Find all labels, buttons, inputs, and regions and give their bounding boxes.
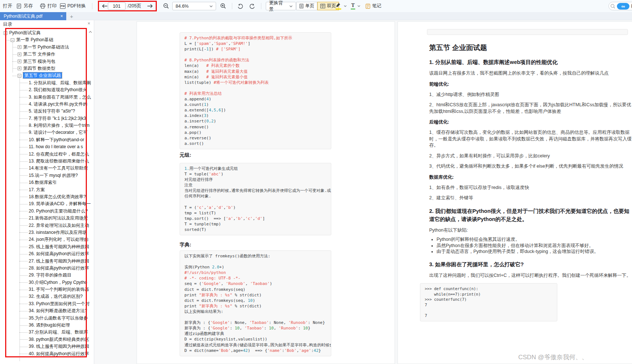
code-line: tmp.sort() ==> ['a','b','c','d'] <box>184 216 326 221</box>
collapse-icon[interactable]: − <box>18 74 21 78</box>
toc-item[interactable]: 26. 如何提高python的运行效率 <box>0 250 92 257</box>
collapse-icon[interactable]: − <box>11 38 14 42</box>
toc-item[interactable]: 37.分别从前端、后端、数据库 <box>0 329 92 336</box>
toc-item[interactable]: 18.数据库怎么优化查询效率? <box>0 193 92 200</box>
save-as-button[interactable]: 另存 <box>16 0 33 12</box>
frontend-item: 2、html和CSS放在页面上部，javascript放在页面下面，因为js加载… <box>429 102 632 115</box>
toc-item[interactable]: 24. json序列化时，可以处理的 <box>0 236 92 243</box>
toc-item[interactable]: 15.说一下 mysql 的原理? <box>0 172 92 179</box>
rotate-right-button[interactable] <box>249 0 255 12</box>
toc-item[interactable]: 33. Python里面如何拷贝一个对 <box>0 300 92 307</box>
toc-item[interactable]: 31. 手写一个判断时间的装饰器 <box>0 286 92 293</box>
highlighter-button[interactable] <box>335 0 347 12</box>
toc-item[interactable]: 25. 线上服务可能因为种种原因 <box>0 243 92 250</box>
toc-item[interactable]: 14.有没有一个工具可以帮助查 <box>0 165 92 172</box>
toc-item[interactable]: 5. 请反转字符串 "aStr"? <box>0 108 92 115</box>
toc-item[interactable]: +第三节 模块与包 <box>0 58 92 65</box>
pdf-convert-button[interactable]: PW PDF转换 <box>60 0 86 12</box>
toc-item[interactable]: 8. 利用切片操作，实现一个trim <box>0 122 92 129</box>
toc-item[interactable]: 9. 请设计一个decorator，它可 <box>0 129 92 136</box>
toc-item[interactable]: 13. 爬取这些数据都用来做什么 <box>0 158 92 165</box>
frontend-label: 前端优化: <box>429 81 632 88</box>
prev-page-button[interactable] <box>102 0 108 12</box>
toc-item[interactable]: 40. 如何提高python的运行效率 <box>0 350 92 357</box>
toc-item[interactable]: 1. 分别从前端、后端、数据库阐 <box>0 79 92 86</box>
toc-item[interactable]: +第一节 Python基础语法 <box>0 44 92 51</box>
frontend-item: 1、减少http请求、例如制作精灵图 <box>429 92 632 98</box>
toc-item-label: 17. 方案 <box>29 187 45 192</box>
toc-item[interactable]: 32. 生成器，迭代器的区别? <box>0 293 92 300</box>
toc-item[interactable]: 10. 解释一下python的and-or <box>0 136 92 143</box>
toc-item-label: 24. json序列化时，可以处理的 <box>29 237 88 242</box>
toc-item[interactable]: 3. 如果你困在了死循环里，怎么 <box>0 94 92 101</box>
tab-close-icon[interactable]: × <box>60 14 63 19</box>
zoom-in-button[interactable] <box>220 0 226 12</box>
toc-item[interactable]: 39. 线上服务可能因为种种原因 <box>0 343 92 350</box>
toc-close-icon[interactable]: × <box>88 21 90 26</box>
chevron-down-icon[interactable] <box>357 5 360 7</box>
toc-item[interactable]: +第二节 文件操作 <box>0 51 92 58</box>
toc-item[interactable]: −Python面试宝典 <box>0 29 92 36</box>
python-flaws-list: Python的可解释特征会拖累其运行速度。 虽然Python在很多方面都性能良好… <box>429 236 632 255</box>
open-button[interactable]: 打开 <box>3 0 12 12</box>
toc-item[interactable]: 38. python新式类和经典类的区 <box>0 336 92 343</box>
code-line: # 7.Python的列表的截取与字符串操作类型相同,如下所示 <box>184 35 326 41</box>
double-page-label: 双页 <box>327 3 336 9</box>
toc-item[interactable]: 36. 遇到bug如何处理 <box>0 322 92 329</box>
code-block-loop: >>> def counterfunc(n): while(n==7):prin… <box>420 283 557 321</box>
toc-item[interactable]: −第一章 Python基础 <box>0 36 92 43</box>
toc-item[interactable]: 27. 线上服务可能因为种种原因 <box>0 258 92 265</box>
toc-item-label: 5. 请反转字符串 "aStr"? <box>29 108 75 114</box>
single-page-button[interactable]: 单页 <box>296 2 317 10</box>
print-button[interactable]: 打印 <box>40 0 57 12</box>
expand-icon[interactable]: + <box>18 45 21 49</box>
expand-icon[interactable]: + <box>18 60 21 63</box>
toc-item[interactable]: 19. 简单谈谈ACID，并解释每一 <box>0 200 92 207</box>
expand-icon[interactable]: + <box>18 67 21 70</box>
expand-icon[interactable]: + <box>18 53 21 56</box>
code-line: seq = ('Google', 'Runoob', 'Taobao') <box>184 281 326 286</box>
toc-item[interactable]: 4. 请谈谈.pyc文件和.py文件的 <box>0 101 92 108</box>
pdf-convert-icon: PW <box>60 3 66 9</box>
toc-item-label: 11. how do I iterate over a s <box>29 144 83 149</box>
change-background-select[interactable]: 更换背景 <box>266 2 296 10</box>
toc-item[interactable]: 21.装饰器的写法以及应用场景 <box>0 215 92 222</box>
toc-item-selected[interactable]: −第五节 企业面试题 <box>0 72 92 79</box>
new-tab-button[interactable]: + <box>70 13 73 20</box>
toc-item[interactable]: +第四节 数据类型 <box>0 65 92 72</box>
question-2-heading: 2. 我们都知道现在Python很火，但是对于一门技术我们不光要知道它的优点，也… <box>429 207 632 223</box>
code-line: list(tuple) #将一个可迭代对象转换为列表 <box>184 80 326 85</box>
infinity-badge-icon[interactable]: ∞ <box>617 3 629 10</box>
toc-item[interactable]: 30.介绍Cython，Pypy Cpytho <box>0 279 92 286</box>
toc-item[interactable]: 34. 如何判断是函数还是方法? <box>0 307 92 314</box>
note-button[interactable]: 笔记 <box>366 0 381 12</box>
collapse-icon[interactable]: − <box>4 31 7 35</box>
rotate-left-button[interactable] <box>237 0 243 12</box>
double-page-icon <box>320 4 325 8</box>
note-label: 笔记 <box>372 3 381 9</box>
toc-item[interactable]: 20. Python的主要功能是什么? <box>0 208 92 215</box>
toc-item[interactable]: 28. 如何提高python的运行效率 <box>0 265 92 272</box>
toc-item[interactable]: 22. 异常处理写法以及如何主动 <box>0 222 92 229</box>
next-page-button[interactable] <box>147 0 153 12</box>
toc-item[interactable]: 16.数据库索引 <box>0 179 92 186</box>
search-box[interactable]: ∞ 搜 <box>608 2 632 10</box>
toc-item[interactable]: 11. how do I iterate over a s <box>0 143 92 150</box>
chevron-down-icon[interactable] <box>344 5 347 7</box>
zoom-level-select[interactable]: 84.6% <box>172 2 216 10</box>
underline-text-button[interactable]: T <box>350 0 360 12</box>
toc-item[interactable]: 35.为什么函数名字可以当做参 <box>0 315 92 322</box>
toc-item-label: 第一章 Python基础 <box>16 37 53 42</box>
toc-item[interactable]: 7. 将字符串 "k:1 |k1:2|k2:3|k3 <box>0 115 92 122</box>
toc-item[interactable]: 23. isinstance作用以及应用场 <box>0 229 92 236</box>
tab-python-pdf[interactable]: Python面试宝典.pdf × <box>0 12 66 20</box>
backend-label: 后端优化: <box>429 119 632 125</box>
toc-item[interactable]: 12. 你在爬虫过程中，都是怎么 <box>0 151 92 158</box>
toc-item[interactable]: 17. 方案 <box>0 186 92 193</box>
toc-item[interactable]: 2. 我们都知道现在Python很火 <box>0 86 92 93</box>
toc-item-label: 2. 我们都知道现在Python很火 <box>29 87 87 92</box>
toc-item[interactable]: 29. 字符串的操作题目 <box>0 272 92 279</box>
page-number-input[interactable] <box>108 2 126 10</box>
code-block-list: # 7.Python的列表的截取与字符串操作类型相同,如下所示L = ['spa… <box>180 32 331 149</box>
zoom-out-button[interactable] <box>163 0 169 12</box>
